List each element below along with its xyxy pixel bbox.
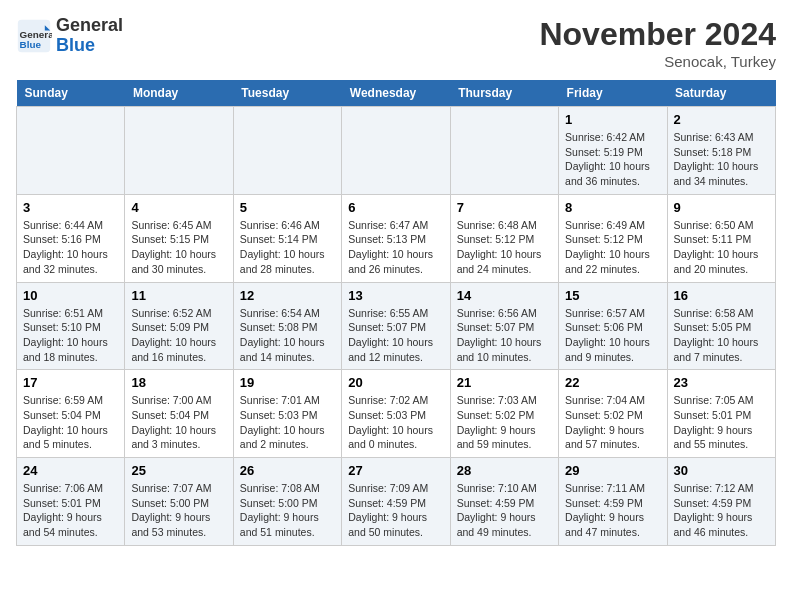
day-number: 15 [565, 288, 660, 303]
weekday-header-monday: Monday [125, 80, 233, 107]
day-number: 27 [348, 463, 443, 478]
logo-general: General [56, 16, 123, 36]
calendar-cell: 10Sunrise: 6:51 AMSunset: 5:10 PMDayligh… [17, 282, 125, 370]
weekday-header-tuesday: Tuesday [233, 80, 341, 107]
calendar-cell: 7Sunrise: 6:48 AMSunset: 5:12 PMDaylight… [450, 194, 558, 282]
day-number: 21 [457, 375, 552, 390]
weekday-header-wednesday: Wednesday [342, 80, 450, 107]
day-number: 11 [131, 288, 226, 303]
day-info: Sunrise: 6:43 AMSunset: 5:18 PMDaylight:… [674, 130, 769, 189]
calendar-cell [125, 107, 233, 195]
day-info: Sunrise: 6:56 AMSunset: 5:07 PMDaylight:… [457, 306, 552, 365]
page-title: November 2024 [539, 16, 776, 53]
day-number: 10 [23, 288, 118, 303]
day-info: Sunrise: 6:55 AMSunset: 5:07 PMDaylight:… [348, 306, 443, 365]
calendar-cell: 23Sunrise: 7:05 AMSunset: 5:01 PMDayligh… [667, 370, 775, 458]
day-info: Sunrise: 7:00 AMSunset: 5:04 PMDaylight:… [131, 393, 226, 452]
day-info: Sunrise: 6:58 AMSunset: 5:05 PMDaylight:… [674, 306, 769, 365]
title-block: November 2024 Senocak, Turkey [539, 16, 776, 70]
calendar-cell: 27Sunrise: 7:09 AMSunset: 4:59 PMDayligh… [342, 458, 450, 546]
weekday-header-saturday: Saturday [667, 80, 775, 107]
day-number: 28 [457, 463, 552, 478]
day-number: 22 [565, 375, 660, 390]
day-info: Sunrise: 7:02 AMSunset: 5:03 PMDaylight:… [348, 393, 443, 452]
day-number: 29 [565, 463, 660, 478]
calendar-cell: 26Sunrise: 7:08 AMSunset: 5:00 PMDayligh… [233, 458, 341, 546]
day-number: 18 [131, 375, 226, 390]
calendar-body: 1Sunrise: 6:42 AMSunset: 5:19 PMDaylight… [17, 107, 776, 546]
day-info: Sunrise: 7:01 AMSunset: 5:03 PMDaylight:… [240, 393, 335, 452]
day-number: 24 [23, 463, 118, 478]
day-info: Sunrise: 7:09 AMSunset: 4:59 PMDaylight:… [348, 481, 443, 540]
day-number: 19 [240, 375, 335, 390]
logo: General Blue General Blue [16, 16, 123, 56]
weekday-header-row: SundayMondayTuesdayWednesdayThursdayFrid… [17, 80, 776, 107]
calendar-cell: 15Sunrise: 6:57 AMSunset: 5:06 PMDayligh… [559, 282, 667, 370]
day-info: Sunrise: 7:04 AMSunset: 5:02 PMDaylight:… [565, 393, 660, 452]
day-info: Sunrise: 6:59 AMSunset: 5:04 PMDaylight:… [23, 393, 118, 452]
logo-icon: General Blue [16, 18, 52, 54]
week-row-3: 10Sunrise: 6:51 AMSunset: 5:10 PMDayligh… [17, 282, 776, 370]
calendar-cell: 6Sunrise: 6:47 AMSunset: 5:13 PMDaylight… [342, 194, 450, 282]
page-subtitle: Senocak, Turkey [539, 53, 776, 70]
calendar-cell: 22Sunrise: 7:04 AMSunset: 5:02 PMDayligh… [559, 370, 667, 458]
week-row-2: 3Sunrise: 6:44 AMSunset: 5:16 PMDaylight… [17, 194, 776, 282]
calendar-cell: 11Sunrise: 6:52 AMSunset: 5:09 PMDayligh… [125, 282, 233, 370]
calendar-cell: 9Sunrise: 6:50 AMSunset: 5:11 PMDaylight… [667, 194, 775, 282]
svg-text:Blue: Blue [20, 38, 42, 49]
day-number: 8 [565, 200, 660, 215]
day-number: 14 [457, 288, 552, 303]
day-number: 9 [674, 200, 769, 215]
day-number: 5 [240, 200, 335, 215]
calendar-cell: 2Sunrise: 6:43 AMSunset: 5:18 PMDaylight… [667, 107, 775, 195]
day-number: 17 [23, 375, 118, 390]
calendar-cell [233, 107, 341, 195]
calendar-cell: 5Sunrise: 6:46 AMSunset: 5:14 PMDaylight… [233, 194, 341, 282]
day-info: Sunrise: 6:42 AMSunset: 5:19 PMDaylight:… [565, 130, 660, 189]
day-info: Sunrise: 6:49 AMSunset: 5:12 PMDaylight:… [565, 218, 660, 277]
calendar-cell: 17Sunrise: 6:59 AMSunset: 5:04 PMDayligh… [17, 370, 125, 458]
day-number: 23 [674, 375, 769, 390]
calendar-cell: 18Sunrise: 7:00 AMSunset: 5:04 PMDayligh… [125, 370, 233, 458]
day-info: Sunrise: 6:50 AMSunset: 5:11 PMDaylight:… [674, 218, 769, 277]
day-number: 4 [131, 200, 226, 215]
calendar-cell: 1Sunrise: 6:42 AMSunset: 5:19 PMDaylight… [559, 107, 667, 195]
weekday-header-thursday: Thursday [450, 80, 558, 107]
logo-blue: Blue [56, 36, 123, 56]
day-number: 6 [348, 200, 443, 215]
day-info: Sunrise: 6:47 AMSunset: 5:13 PMDaylight:… [348, 218, 443, 277]
day-info: Sunrise: 6:45 AMSunset: 5:15 PMDaylight:… [131, 218, 226, 277]
day-info: Sunrise: 6:48 AMSunset: 5:12 PMDaylight:… [457, 218, 552, 277]
calendar-cell: 24Sunrise: 7:06 AMSunset: 5:01 PMDayligh… [17, 458, 125, 546]
calendar-cell: 20Sunrise: 7:02 AMSunset: 5:03 PMDayligh… [342, 370, 450, 458]
day-info: Sunrise: 7:12 AMSunset: 4:59 PMDaylight:… [674, 481, 769, 540]
weekday-header-sunday: Sunday [17, 80, 125, 107]
calendar-table: SundayMondayTuesdayWednesdayThursdayFrid… [16, 80, 776, 546]
day-number: 2 [674, 112, 769, 127]
day-number: 25 [131, 463, 226, 478]
logo-text: General Blue [56, 16, 123, 56]
week-row-1: 1Sunrise: 6:42 AMSunset: 5:19 PMDaylight… [17, 107, 776, 195]
day-info: Sunrise: 7:06 AMSunset: 5:01 PMDaylight:… [23, 481, 118, 540]
calendar-cell: 8Sunrise: 6:49 AMSunset: 5:12 PMDaylight… [559, 194, 667, 282]
calendar-cell: 25Sunrise: 7:07 AMSunset: 5:00 PMDayligh… [125, 458, 233, 546]
day-info: Sunrise: 7:10 AMSunset: 4:59 PMDaylight:… [457, 481, 552, 540]
calendar-cell: 28Sunrise: 7:10 AMSunset: 4:59 PMDayligh… [450, 458, 558, 546]
day-number: 1 [565, 112, 660, 127]
calendar-cell: 14Sunrise: 6:56 AMSunset: 5:07 PMDayligh… [450, 282, 558, 370]
day-number: 20 [348, 375, 443, 390]
calendar-cell: 13Sunrise: 6:55 AMSunset: 5:07 PMDayligh… [342, 282, 450, 370]
week-row-5: 24Sunrise: 7:06 AMSunset: 5:01 PMDayligh… [17, 458, 776, 546]
calendar-cell [342, 107, 450, 195]
calendar-cell: 4Sunrise: 6:45 AMSunset: 5:15 PMDaylight… [125, 194, 233, 282]
day-number: 7 [457, 200, 552, 215]
weekday-header-friday: Friday [559, 80, 667, 107]
calendar-cell: 12Sunrise: 6:54 AMSunset: 5:08 PMDayligh… [233, 282, 341, 370]
calendar-cell: 30Sunrise: 7:12 AMSunset: 4:59 PMDayligh… [667, 458, 775, 546]
day-number: 16 [674, 288, 769, 303]
day-info: Sunrise: 6:46 AMSunset: 5:14 PMDaylight:… [240, 218, 335, 277]
day-info: Sunrise: 6:57 AMSunset: 5:06 PMDaylight:… [565, 306, 660, 365]
calendar-cell: 29Sunrise: 7:11 AMSunset: 4:59 PMDayligh… [559, 458, 667, 546]
day-number: 12 [240, 288, 335, 303]
day-info: Sunrise: 7:11 AMSunset: 4:59 PMDaylight:… [565, 481, 660, 540]
